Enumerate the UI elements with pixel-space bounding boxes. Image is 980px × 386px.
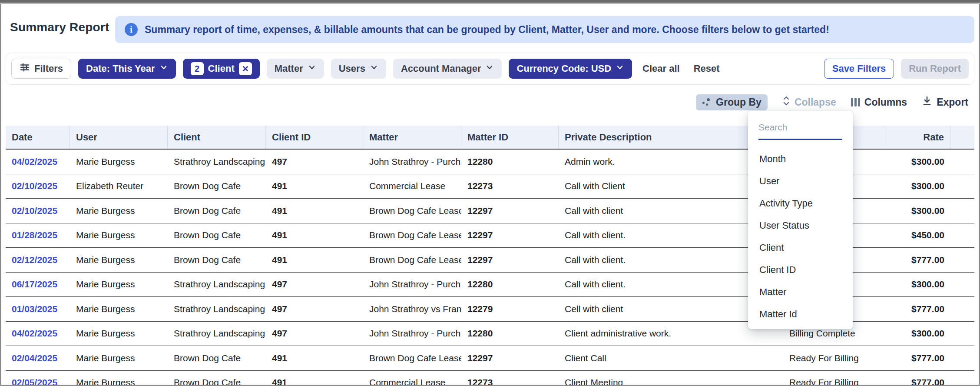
table-row: 02/05/2025 Marie Burgess Brown Dog Cafe …: [6, 371, 974, 385]
filter-pill-account-manager-label: Account Manager: [401, 63, 481, 74]
date-link[interactable]: 04/02/2025: [12, 328, 57, 339]
run-report-label: Run Report: [909, 63, 961, 74]
filter-pill-currency-code[interactable]: Currency Code: USD: [509, 59, 632, 79]
matter-id-cell: 12280: [461, 322, 559, 346]
filter-pill-date[interactable]: Date: This Year: [78, 59, 176, 79]
user-cell: Marie Burgess: [70, 199, 168, 223]
client-id-cell: 491: [266, 371, 363, 385]
export-button[interactable]: Export: [922, 96, 968, 109]
spacer-cell: [950, 199, 974, 223]
filter-pill-account-manager[interactable]: Account Manager: [393, 59, 502, 79]
matter-cell: Commercial Lease: [363, 174, 461, 199]
column-header-date[interactable]: Date: [6, 126, 70, 149]
group-by-menu-item[interactable]: Activity Type: [748, 192, 853, 214]
spacer-cell: [950, 150, 974, 174]
rate-cell: $777.00: [885, 346, 950, 370]
date-link[interactable]: 02/10/2025: [12, 181, 57, 191]
columns-button[interactable]: Columns: [851, 96, 907, 108]
info-banner-text: Summary report of time, expenses, & bill…: [145, 24, 829, 36]
column-header-client-id[interactable]: Client ID: [266, 126, 363, 149]
collapse-expand-icon: [782, 95, 790, 109]
matter-cell: John Strathroy - Purch...: [363, 150, 461, 174]
user-cell: Marie Burgess: [70, 223, 168, 248]
date-link[interactable]: 02/04/2025: [12, 353, 57, 363]
group-by-search-input[interactable]: [758, 119, 842, 140]
filter-pill-users[interactable]: Users: [331, 59, 386, 79]
client-id-cell: 491: [266, 248, 363, 272]
rate-cell: $450.00: [885, 223, 950, 248]
collapse-button[interactable]: Collapse: [782, 95, 836, 109]
columns-label: Columns: [864, 96, 907, 108]
date-link[interactable]: 06/17/2025: [12, 279, 57, 290]
filter-pill-matter[interactable]: Matter: [267, 59, 324, 79]
group-by-menu-items: MonthUserActivity TypeUser StatusClientC…: [748, 148, 853, 325]
client-id-cell: 491: [266, 346, 363, 370]
spacer-cell: [950, 248, 974, 272]
report-title-dropdown[interactable]: Summary Report: [10, 20, 123, 34]
filter-pill-date-label: Date: This Year: [86, 63, 155, 74]
column-header-client[interactable]: Client: [168, 126, 266, 149]
column-header-user[interactable]: User: [70, 126, 168, 149]
date-link[interactable]: 01/28/2025: [12, 230, 57, 240]
spacer-cell: [950, 174, 974, 199]
window-title-bar-highlight: [0, 3, 980, 4]
client-cell: Strathroy Landscaping: [168, 322, 266, 346]
matter-id-cell: 12280: [461, 273, 559, 297]
group-by-button[interactable]: Group By: [696, 94, 768, 110]
matter-cell: John Strathroy - Purch...: [363, 273, 461, 297]
client-id-cell: 497: [266, 297, 363, 321]
column-header-matter-id[interactable]: Matter ID: [461, 126, 559, 149]
group-by-menu-item[interactable]: User Status: [748, 214, 853, 236]
rate-cell: $300.00: [885, 150, 950, 174]
page-title: Summary Report: [10, 20, 109, 34]
clear-all-button[interactable]: Clear all: [639, 63, 683, 74]
chevron-down-icon: [370, 63, 378, 74]
filter-bar: Filters Date: This Year 2 Client Matter …: [6, 53, 974, 85]
group-by-menu-item[interactable]: Month: [748, 148, 853, 170]
sliders-icon: [20, 62, 30, 75]
app-window: Summary Report i Summary report of time,…: [1, 4, 979, 385]
date-link[interactable]: 01/03/2025: [12, 304, 57, 314]
group-by-label: Group By: [716, 96, 761, 108]
column-header-matter[interactable]: Matter: [363, 126, 461, 149]
group-by-dots-icon: [702, 98, 712, 106]
group-by-menu-item[interactable]: Client: [748, 236, 853, 259]
date-link[interactable]: 02/10/2025: [12, 206, 57, 216]
group-by-menu-item[interactable]: Client ID: [748, 259, 853, 281]
save-filters-label: Save Filters: [832, 63, 886, 74]
column-header-spacer: [950, 126, 974, 149]
rate-cell: $777.00: [885, 248, 950, 272]
rate-cell: $300.00: [885, 199, 950, 223]
rate-cell: $300.00: [885, 322, 950, 346]
group-by-menu-item[interactable]: User: [748, 170, 853, 192]
collapse-label: Collapse: [795, 96, 836, 108]
group-by-menu-item[interactable]: Matter: [748, 281, 853, 303]
matter-cell: John Strathroy vs Fran...: [363, 297, 461, 321]
filter-pill-currency-code-label: Currency Code: USD: [516, 63, 611, 74]
user-cell: Marie Burgess: [70, 371, 168, 385]
matter-id-cell: 12297: [461, 223, 559, 248]
client-cell: Brown Dog Cafe: [168, 223, 266, 248]
matter-id-cell: 12297: [461, 248, 559, 272]
date-link[interactable]: 02/12/2025: [12, 255, 57, 265]
filters-button[interactable]: Filters: [11, 59, 71, 79]
run-report-button[interactable]: Run Report: [901, 59, 969, 79]
private-description-cell: Client Call: [559, 346, 783, 370]
filter-pill-client[interactable]: 2 Client: [183, 59, 260, 79]
matter-cell: Brown Dog Cafe Lease: [363, 346, 461, 370]
filter-pill-matter-label: Matter: [275, 63, 303, 74]
client-cell: Brown Dog Cafe: [168, 371, 266, 385]
client-id-cell: 497: [266, 273, 363, 297]
remove-client-filter-icon[interactable]: [239, 62, 252, 75]
date-link[interactable]: 04/02/2025: [12, 156, 57, 167]
user-cell: Marie Burgess: [70, 322, 168, 346]
date-link[interactable]: 02/05/2025: [12, 377, 57, 385]
spacer-cell: [950, 346, 974, 370]
group-by-menu-item[interactable]: Matter Id: [748, 303, 853, 325]
matter-cell: Brown Dog Cafe Lease: [363, 223, 461, 248]
download-icon: [922, 96, 932, 109]
column-header-rate[interactable]: Rate: [885, 126, 950, 149]
client-cell: Strathroy Landscaping: [168, 273, 266, 297]
reset-button[interactable]: Reset: [690, 63, 723, 74]
save-filters-button[interactable]: Save Filters: [824, 59, 894, 79]
